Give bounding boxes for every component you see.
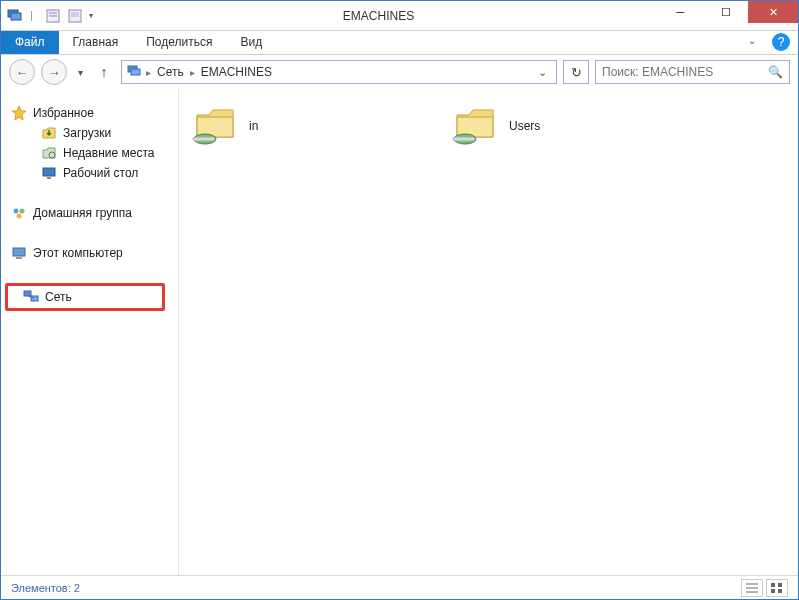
svg-rect-8 [131,69,140,75]
downloads-icon [41,125,57,141]
star-icon [11,105,27,121]
sidebar-desktop[interactable]: Рабочий стол [5,163,174,183]
computer-icon [11,245,27,261]
sidebar-item-label: Избранное [33,106,94,120]
search-icon: 🔍 [768,65,783,79]
forward-button[interactable]: → [41,59,67,85]
title-bar: │ ▾ EMACHINES ─ ☐ ✕ [1,1,798,31]
sidebar-downloads[interactable]: Загрузки [5,123,174,143]
new-folder-icon[interactable] [67,8,83,24]
svg-point-15 [17,214,22,219]
ribbon-minimize-icon[interactable]: ⌄ [740,31,764,54]
svg-marker-9 [12,106,26,120]
folder-name: Users [509,119,540,133]
sidebar-homegroup[interactable]: Домашняя группа [5,203,174,223]
large-icons-view-button[interactable] [766,579,788,597]
svg-point-14 [20,209,25,214]
desktop-icon [41,165,57,181]
navigation-pane: Избранное Загрузки Недавние места Рабочи… [1,89,179,575]
sidebar-item-label: Недавние места [63,146,154,160]
qat-separator: │ [29,11,39,20]
svg-rect-19 [31,296,38,301]
refresh-button[interactable]: ↻ [563,60,589,84]
shared-folder-item[interactable]: Users [451,105,691,147]
homegroup-icon [11,205,27,221]
content-area: in Users [179,89,798,575]
sidebar-item-label: Загрузки [63,126,111,140]
address-dropdown-icon[interactable]: ⌄ [532,66,552,79]
details-view-button[interactable] [741,579,763,597]
breadcrumb-sep-icon: ▸ [146,67,151,78]
svg-rect-22 [193,137,215,141]
network-computer-icon [7,8,23,24]
navigation-bar: ← → ▾ ↑ ▸ Сеть ▸ EMACHINES ⌄ ↻ 🔍 [1,55,798,89]
back-button[interactable]: ← [9,59,35,85]
shared-folder-icon [451,105,499,147]
svg-point-13 [14,209,19,214]
svg-rect-28 [771,583,775,587]
sidebar-item-label: Домашняя группа [33,206,132,220]
ribbon-tabs: Файл Главная Поделиться Вид ⌄ ? [1,31,798,55]
network-icon [23,289,39,305]
breadcrumb-network[interactable]: Сеть [155,65,186,79]
quick-access-toolbar: │ ▾ [1,8,99,24]
window-controls: ─ ☐ ✕ [658,1,798,30]
svg-rect-16 [13,248,25,256]
svg-rect-6 [71,12,79,17]
svg-rect-1 [11,13,21,20]
sidebar-item-label: Рабочий стол [63,166,138,180]
tab-view[interactable]: Вид [226,31,276,54]
close-button[interactable]: ✕ [748,1,798,23]
svg-rect-30 [771,589,775,593]
window-title: EMACHINES [99,9,658,23]
sidebar-network[interactable]: Сеть [5,283,165,311]
network-location-icon [126,63,142,82]
minimize-button[interactable]: ─ [658,1,703,23]
tab-home[interactable]: Главная [59,31,133,54]
address-bar[interactable]: ▸ Сеть ▸ EMACHINES ⌄ [121,60,557,84]
status-bar: Элементов: 2 [1,575,798,599]
item-count: Элементов: 2 [11,582,80,594]
sidebar-item-label: Сеть [45,290,72,304]
folder-name: in [249,119,258,133]
breadcrumb-sep-icon: ▸ [190,67,195,78]
qat-dropdown-icon[interactable]: ▾ [89,11,99,20]
svg-rect-12 [47,177,51,179]
search-input[interactable] [602,65,768,79]
help-button[interactable]: ? [772,33,790,51]
history-dropdown-icon[interactable]: ▾ [73,62,87,82]
search-box[interactable]: 🔍 [595,60,790,84]
svg-rect-31 [778,589,782,593]
breadcrumb-machine[interactable]: EMACHINES [199,65,274,79]
up-button[interactable]: ↑ [93,61,115,83]
shared-folder-item[interactable]: in [191,105,431,147]
tab-file[interactable]: Файл [1,31,59,54]
svg-rect-29 [778,583,782,587]
svg-rect-18 [24,291,31,296]
svg-rect-24 [453,137,475,141]
svg-rect-17 [16,257,22,259]
svg-rect-11 [43,168,55,176]
recent-places-icon [41,145,57,161]
sidebar-favorites[interactable]: Избранное [5,103,174,123]
maximize-button[interactable]: ☐ [703,1,748,23]
shared-folder-icon [191,105,239,147]
sidebar-item-label: Этот компьютер [33,246,123,260]
sidebar-computer[interactable]: Этот компьютер [5,243,174,263]
sidebar-recent[interactable]: Недавние места [5,143,174,163]
properties-icon[interactable] [45,8,61,24]
tab-share[interactable]: Поделиться [132,31,226,54]
